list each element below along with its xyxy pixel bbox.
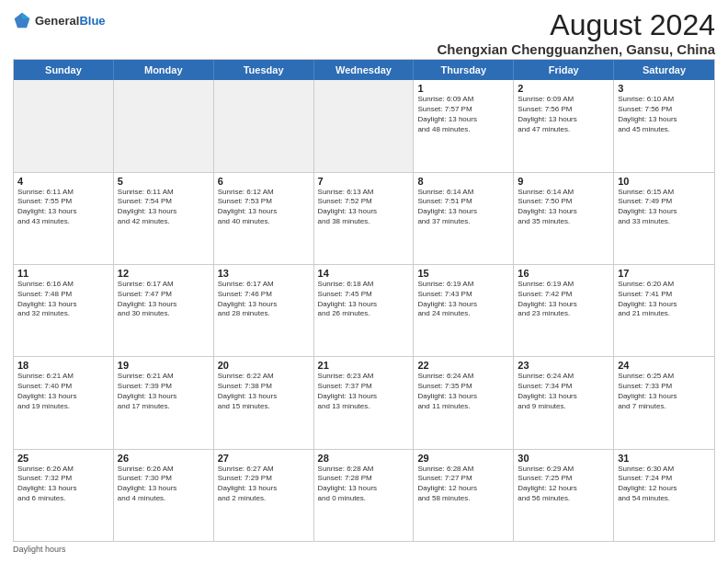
calendar-cell: 23Sunrise: 6:24 AM Sunset: 7:34 PM Dayli… [514,357,614,448]
cell-info: Sunrise: 6:13 AM Sunset: 7:52 PM Dayligh… [318,188,410,227]
day-number: 28 [318,453,410,464]
calendar-cell: 11Sunrise: 6:16 AM Sunset: 7:48 PM Dayli… [14,265,114,356]
calendar-cell [114,80,214,171]
calendar-cell: 13Sunrise: 6:17 AM Sunset: 7:46 PM Dayli… [214,265,314,356]
calendar-cell: 26Sunrise: 6:26 AM Sunset: 7:30 PM Dayli… [114,450,214,541]
cell-info: Sunrise: 6:15 AM Sunset: 7:49 PM Dayligh… [618,188,711,227]
cell-info: Sunrise: 6:23 AM Sunset: 7:37 PM Dayligh… [318,372,410,411]
cell-info: Sunrise: 6:18 AM Sunset: 7:45 PM Dayligh… [318,280,410,319]
header-thursday: Thursday [414,60,514,80]
day-number: 31 [618,453,711,464]
calendar-cell: 22Sunrise: 6:24 AM Sunset: 7:35 PM Dayli… [414,357,514,448]
cell-info: Sunrise: 6:25 AM Sunset: 7:33 PM Dayligh… [618,372,711,411]
calendar-cell [214,80,314,171]
logo-general: General [35,14,79,28]
day-number: 8 [417,176,509,187]
calendar-cell: 25Sunrise: 6:26 AM Sunset: 7:32 PM Dayli… [14,450,114,541]
day-number: 17 [618,268,711,279]
calendar-cell: 6Sunrise: 6:12 AM Sunset: 7:53 PM Daylig… [214,173,314,264]
day-number: 22 [417,360,509,371]
calendar-cell: 15Sunrise: 6:19 AM Sunset: 7:43 PM Dayli… [414,265,514,356]
cell-info: Sunrise: 6:12 AM Sunset: 7:53 PM Dayligh… [218,188,310,227]
header: GeneralBlue August 2024 Chengxian Chengg… [13,9,715,57]
calendar-cell: 30Sunrise: 6:29 AM Sunset: 7:25 PM Dayli… [514,450,614,541]
cell-info: Sunrise: 6:16 AM Sunset: 7:48 PM Dayligh… [17,280,109,319]
calendar-cell: 12Sunrise: 6:17 AM Sunset: 7:47 PM Dayli… [114,265,214,356]
calendar-cell: 29Sunrise: 6:28 AM Sunset: 7:27 PM Dayli… [414,450,514,541]
cell-info: Sunrise: 6:30 AM Sunset: 7:24 PM Dayligh… [618,465,711,504]
cell-info: Sunrise: 6:27 AM Sunset: 7:29 PM Dayligh… [218,465,310,504]
calendar-cell: 19Sunrise: 6:21 AM Sunset: 7:39 PM Dayli… [114,357,214,448]
calendar-row: 11Sunrise: 6:16 AM Sunset: 7:48 PM Dayli… [14,265,714,357]
header-sunday: Sunday [14,60,114,80]
calendar-cell: 18Sunrise: 6:21 AM Sunset: 7:40 PM Dayli… [14,357,114,448]
cell-info: Sunrise: 6:29 AM Sunset: 7:25 PM Dayligh… [518,465,609,504]
day-number: 15 [417,268,509,279]
day-number: 2 [518,83,609,94]
calendar-cell: 8Sunrise: 6:14 AM Sunset: 7:51 PM Daylig… [414,173,514,264]
calendar-cell [314,80,415,171]
cell-info: Sunrise: 6:26 AM Sunset: 7:32 PM Dayligh… [17,465,109,504]
cell-info: Sunrise: 6:21 AM Sunset: 7:39 PM Dayligh… [118,372,210,411]
cell-info: Sunrise: 6:14 AM Sunset: 7:51 PM Dayligh… [417,188,509,227]
cell-info: Sunrise: 6:14 AM Sunset: 7:50 PM Dayligh… [518,188,609,227]
day-number: 11 [17,268,109,279]
cell-info: Sunrise: 6:21 AM Sunset: 7:40 PM Dayligh… [17,372,109,411]
day-number: 12 [118,268,210,279]
cell-info: Sunrise: 6:09 AM Sunset: 7:56 PM Dayligh… [518,95,609,134]
calendar-body: 1Sunrise: 6:09 AM Sunset: 7:57 PM Daylig… [14,80,714,541]
calendar-cell: 5Sunrise: 6:11 AM Sunset: 7:54 PM Daylig… [114,173,214,264]
cell-info: Sunrise: 6:19 AM Sunset: 7:43 PM Dayligh… [417,280,509,319]
day-number: 19 [118,360,210,371]
logo-icon [13,11,31,29]
calendar-cell: 24Sunrise: 6:25 AM Sunset: 7:33 PM Dayli… [614,357,714,448]
day-number: 5 [118,176,210,187]
cell-info: Sunrise: 6:19 AM Sunset: 7:42 PM Dayligh… [518,280,609,319]
calendar-cell: 14Sunrise: 6:18 AM Sunset: 7:45 PM Dayli… [314,265,415,356]
day-number: 25 [17,453,109,464]
cell-info: Sunrise: 6:28 AM Sunset: 7:28 PM Dayligh… [318,465,410,504]
day-number: 23 [518,360,609,371]
day-number: 4 [17,176,109,187]
calendar-row: 4Sunrise: 6:11 AM Sunset: 7:55 PM Daylig… [14,173,714,265]
header-monday: Monday [114,60,214,80]
calendar-cell: 27Sunrise: 6:27 AM Sunset: 7:29 PM Dayli… [214,450,314,541]
calendar-cell: 20Sunrise: 6:22 AM Sunset: 7:38 PM Dayli… [214,357,314,448]
cell-info: Sunrise: 6:17 AM Sunset: 7:47 PM Dayligh… [118,280,210,319]
calendar-cell: 10Sunrise: 6:15 AM Sunset: 7:49 PM Dayli… [614,173,714,264]
day-number: 16 [518,268,609,279]
calendar-cell: 21Sunrise: 6:23 AM Sunset: 7:37 PM Dayli… [314,357,415,448]
day-number: 21 [318,360,410,371]
footer-text: Daylight hours [13,545,66,554]
calendar-cell: 17Sunrise: 6:20 AM Sunset: 7:41 PM Dayli… [614,265,714,356]
cell-info: Sunrise: 6:26 AM Sunset: 7:30 PM Dayligh… [118,465,210,504]
header-wednesday: Wednesday [314,60,415,80]
day-number: 9 [518,176,609,187]
day-number: 18 [17,360,109,371]
location-title: Chengxian Chengguanzhen, Gansu, China [437,41,715,57]
day-number: 3 [618,83,711,94]
title-block: August 2024 Chengxian Chengguanzhen, Gan… [437,9,715,57]
day-number: 6 [218,176,310,187]
cell-info: Sunrise: 6:11 AM Sunset: 7:54 PM Dayligh… [118,188,210,227]
cell-info: Sunrise: 6:11 AM Sunset: 7:55 PM Dayligh… [17,188,109,227]
calendar-cell: 3Sunrise: 6:10 AM Sunset: 7:56 PM Daylig… [614,80,714,171]
day-number: 26 [118,453,210,464]
page: GeneralBlue August 2024 Chengxian Chengg… [0,0,728,563]
calendar-row: 1Sunrise: 6:09 AM Sunset: 7:57 PM Daylig… [14,80,714,172]
logo-blue: Blue [79,14,105,28]
header-tuesday: Tuesday [214,60,314,80]
svg-marker-1 [22,13,29,19]
day-number: 24 [618,360,711,371]
day-number: 10 [618,176,711,187]
footer: Daylight hours [13,545,715,554]
calendar-cell: 1Sunrise: 6:09 AM Sunset: 7:57 PM Daylig… [414,80,514,171]
calendar-cell: 7Sunrise: 6:13 AM Sunset: 7:52 PM Daylig… [314,173,415,264]
cell-info: Sunrise: 6:10 AM Sunset: 7:56 PM Dayligh… [618,95,711,134]
month-title: August 2024 [437,9,715,41]
calendar-row: 25Sunrise: 6:26 AM Sunset: 7:32 PM Dayli… [14,450,714,541]
cell-info: Sunrise: 6:09 AM Sunset: 7:57 PM Dayligh… [417,95,509,134]
cell-info: Sunrise: 6:28 AM Sunset: 7:27 PM Dayligh… [417,465,509,504]
day-number: 1 [417,83,509,94]
day-number: 27 [218,453,310,464]
